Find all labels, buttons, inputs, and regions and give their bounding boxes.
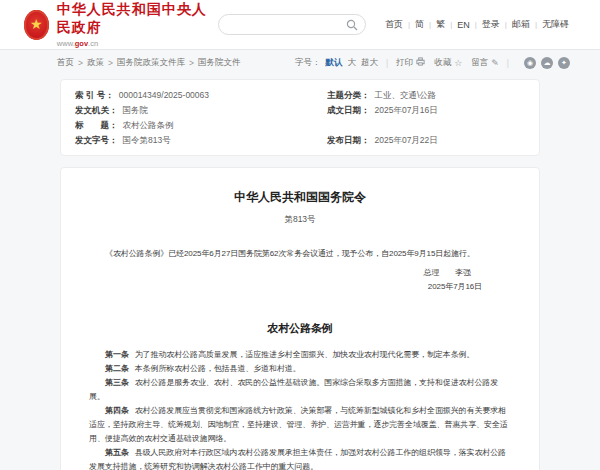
share-more-icon[interactable]: ✦ [558,57,570,69]
article-label: 第四条 [105,406,129,415]
meta-value: 国令第813号 [123,135,171,145]
article-5: 第五条县级人民政府对本行政区域内农村公路发展承担主体责任，加强对农村公路工作的组… [89,446,511,470]
breadcrumb-library[interactable]: 国务院政策文件库 [117,57,185,69]
document-content: 中华人民共和国国务院令 第813号 《农村公路条例》已经2025年6月27日国务… [60,167,540,470]
nav-link-login[interactable]: 登录 [477,18,505,31]
meta-value: 000014349/2025-00063 [119,90,209,100]
nav-link-home[interactable]: 首页 [380,18,408,31]
regulation-title: 农村公路条例 [89,321,511,335]
article-label: 第三条 [105,378,129,387]
url-prefix: www. [57,39,75,48]
article-label: 第五条 [105,448,129,457]
article-2: 第二条本条例所称农村公路，包括县道、乡道和村道。 [89,362,511,376]
article-text: 农村公路发展应当贯彻党和国家路线方针政策、决策部署，与统筹新型城镇化和乡村全面振… [89,406,508,443]
meta-value: 农村公路条例 [123,120,174,130]
decree-number: 第813号 [89,214,511,226]
meta-issuing-agency: 发文机关：国务院 [75,103,327,118]
share-wechat-icon[interactable]: ☁ [541,57,553,69]
article-text: 农村公路是服务农业、农村、农民的公益性基础设施。国家综合采取多方面措施，支持和促… [89,378,498,401]
pencil-icon[interactable]: ✎ [491,58,499,68]
top-nav: 首页 | 简 | 繁 | EN | 登录 | 邮箱 | 无障碍 [380,18,574,31]
meta-index-number: 索 引 号：000014349/2025-00063 [75,88,327,103]
decree-preamble: 《农村公路条例》已经2025年6月27日国务院第62次常务会议通过，现予公布，自… [89,247,511,261]
url-suffix: .cn [88,39,98,48]
breadcrumb-current: 国务院文件 [198,57,241,69]
nav-link-accessibility[interactable]: 无障碍 [537,18,574,31]
share-weibo-icon[interactable]: ◉ [524,57,536,69]
document-body: 《农村公路条例》已经2025年6月27日国务院第62次常务会议通过，现予公布，自… [89,247,511,470]
font-size-default-button[interactable]: 默认 [325,57,342,69]
decree-signer: 总理 李强 [89,266,511,280]
article-text: 为了推动农村公路高质量发展，适应推进乡村全面振兴、加快农业农村现代化需要，制定本… [135,350,475,359]
site-header: ★ 中华人民共和国中央人民政府 www.gov.cn 首页 | 简 | 繁 | … [0,0,600,50]
meta-title: 标 题：农村公路条例 [75,118,327,133]
toolbar-divider: | [386,58,388,68]
page-tools: 字号： 默认 大 超大 | 打印 收藏 ☆ 留言 ✎ | ◉ ☁ ✦ [295,57,570,69]
meta-written-date: 成文日期：2025年07月16日 [327,103,525,118]
favorite-button[interactable]: 收藏 [434,57,451,69]
meta-document-number: 发文字号：国令第813号 [75,133,327,148]
decree-title: 中华人民共和国国务院令 [89,189,511,206]
comment-button[interactable]: 留言 [471,57,488,69]
meta-topic-category: 主题分类：工业、交通\公路 [327,88,525,103]
breadcrumb-separator: > [108,58,113,68]
article-text: 县级人民政府对本行政区域内农村公路发展承担主体责任，加强对农村公路工作的组织领导… [89,448,506,470]
font-size-label: 字号： [295,57,321,69]
article-3: 第三条农村公路是服务农业、农村、农民的公益性基础设施。国家综合采取多方面措施，支… [89,376,511,404]
meta-label: 索 引 号： [75,90,114,100]
toolbar-divider: | [507,58,509,68]
article-text: 本条例所称农村公路，包括县道、乡道和村道。 [135,364,301,373]
search-icon[interactable] [346,19,358,31]
url-gov: gov [75,39,88,48]
articles: 第一条为了推动农村公路高质量发展，适应推进乡村全面振兴、加快农业农村现代化需要，… [89,348,511,470]
site-url: www.gov.cn [57,39,218,48]
printer-icon[interactable] [416,57,425,68]
nav-link-simplified[interactable]: 简 [410,18,429,31]
star-icon[interactable]: ☆ [454,58,462,68]
font-size-large-button[interactable]: 大 [347,57,356,69]
meta-label: 主题分类： [327,90,370,100]
print-button[interactable]: 打印 [396,57,413,69]
document-meta-table: 索 引 号：000014349/2025-00063 主题分类：工业、交通\公路… [60,79,540,156]
national-emblem-icon: ★ [24,10,49,40]
article-4: 第四条农村公路发展应当贯彻党和国家路线方针政策、决策部署，与统筹新型城镇化和乡村… [89,404,511,446]
meta-value: 2025年07月16日 [375,105,438,115]
nav-link-traditional[interactable]: 繁 [431,18,450,31]
nav-link-mail[interactable]: 邮箱 [507,18,535,31]
breadcrumb-policy[interactable]: 政策 [87,57,104,69]
meta-label: 成文日期： [327,105,370,115]
site-title: 中华人民共和国中央人民政府 [57,1,218,37]
meta-label: 发布日期： [327,135,370,145]
meta-value: 国务院 [123,105,149,115]
meta-label: 发文字号： [75,135,118,145]
meta-label: 标 题： [75,120,118,130]
meta-empty-cell [327,118,525,133]
search-input[interactable] [218,14,366,35]
article-label: 第一条 [105,350,129,359]
article-label: 第二条 [105,364,129,373]
breadcrumb-home[interactable]: 首页 [57,57,74,69]
site-identity: 中华人民共和国中央人民政府 www.gov.cn [57,1,218,48]
article-1: 第一条为了推动农村公路高质量发展，适应推进乡村全面振兴、加快农业农村现代化需要，… [89,348,511,362]
decree-sign-date: 2025年7月16日 [89,280,511,294]
nav-link-english[interactable]: EN [452,20,475,30]
breadcrumb-separator: > [189,58,194,68]
share-buttons: ◉ ☁ ✦ [519,57,570,69]
meta-value: 2025年07月22日 [375,135,438,145]
meta-value: 工业、交通\公路 [375,90,437,100]
breadcrumb-toolbar: 首页 > 政策 > 国务院政策文件库 > 国务院文件 字号： 默认 大 超大 |… [0,50,600,75]
breadcrumb-separator: > [78,58,83,68]
font-size-xlarge-button[interactable]: 超大 [361,57,378,69]
header-right: 首页 | 简 | 繁 | EN | 登录 | 邮箱 | 无障碍 [218,14,574,35]
site-logo[interactable]: ★ 中华人民共和国中央人民政府 www.gov.cn [24,1,218,48]
meta-publish-date: 发布日期：2025年07月22日 [327,133,525,148]
emblem-star-icon: ★ [30,17,43,31]
meta-label: 发文机关： [75,105,118,115]
